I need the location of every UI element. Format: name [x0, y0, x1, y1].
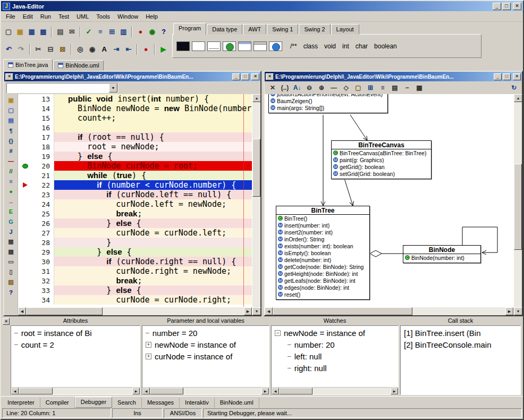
uml-method[interactable]: Mexists(number: int): boolean: [276, 242, 369, 249]
uml-class-binnode[interactable]: BinNodeCBinNode(number: int): [403, 245, 481, 263]
vertical-scrollbar[interactable]: ▲▼: [252, 94, 260, 315]
scroll-thumb[interactable]: [514, 164, 522, 250]
menu-help[interactable]: Help: [142, 12, 162, 21]
scroll-thumb[interactable]: [26, 307, 103, 315]
code-line[interactable]: 17 if (root == null) {: [18, 132, 252, 142]
editor-tab-bintree-java[interactable]: BinTree.java: [3, 59, 53, 71]
debug-item[interactable]: −newNode = instance of: [272, 327, 398, 339]
debug-item[interactable]: –left: null: [272, 350, 398, 362]
uml-method[interactable]: MinOrder(): String: [276, 236, 369, 242]
aggregation-icon[interactable]: ◇: [341, 82, 351, 93]
uml-method[interactable]: Mreset(): [276, 291, 369, 298]
copy-icon[interactable]: ⊟: [45, 44, 56, 55]
palette-tab-program[interactable]: Program: [173, 23, 206, 35]
horizontal-scrollbar[interactable]: ◀▶: [11, 387, 140, 394]
uml-diagram-canvas[interactable]: MjButton1ActionPerformed(evt: ActionEven…: [265, 94, 513, 307]
code-line[interactable]: 25 break;: [18, 209, 252, 219]
code-line[interactable]: 33 } else {: [18, 285, 252, 295]
scroll-thumb[interactable]: [273, 307, 412, 315]
table-icon[interactable]: ▦: [6, 237, 16, 247]
scroll-up-button[interactable]: ▲: [252, 94, 261, 102]
code-line[interactable]: 31 curNode.right = newNode;: [18, 266, 252, 276]
debug-item[interactable]: –right: null: [272, 362, 398, 374]
code-line[interactable]: 14 BinNode newNode = new BinNode(number): [18, 104, 252, 113]
panel-component-icon[interactable]: [192, 41, 205, 51]
scroll-down-button[interactable]: ▼: [252, 307, 261, 315]
code-line[interactable]: 20 BinNode curNode = root;: [18, 161, 252, 171]
breakpoint-icon[interactable]: [22, 164, 28, 169]
frame-icon[interactable]: ▭: [6, 257, 16, 267]
editor-panel-close-button[interactable]: ✕: [5, 73, 13, 80]
menu-window[interactable]: Window: [114, 12, 142, 21]
debug-item[interactable]: –count = 2: [11, 339, 140, 350]
help-icon[interactable]: ?: [158, 26, 169, 38]
menu-run[interactable]: Run: [37, 12, 55, 21]
bottom-tab-debugger[interactable]: Debugger: [75, 397, 112, 408]
scroll-thumb[interactable]: [252, 139, 260, 196]
close-button[interactable]: ✕: [513, 73, 521, 80]
debug-item[interactable]: –number = 20: [142, 327, 269, 339]
scroll-right-button[interactable]: ▶: [261, 388, 269, 394]
close-icon[interactable]: ✕: [268, 82, 277, 93]
debug-item[interactable]: [2] BinTreeConsole.main: [401, 339, 520, 350]
code-line[interactable]: 15 count++;: [18, 113, 252, 123]
paste-icon[interactable]: ⊠: [57, 44, 68, 55]
scroll-thumb[interactable]: [19, 388, 53, 394]
palette-tab-data-type[interactable]: Data type: [207, 24, 242, 35]
scroll-thumb[interactable]: [279, 388, 312, 394]
scroll-left-button[interactable]: ◀: [272, 388, 279, 394]
textfield-component-icon[interactable]: [207, 41, 221, 51]
scroll-right-button[interactable]: ▶: [244, 307, 252, 315]
code-line[interactable]: 22 if (number < curNode.number) {: [18, 180, 252, 190]
scroll-thumb[interactable]: [150, 388, 183, 394]
stop-icon[interactable]: ●: [135, 26, 146, 38]
maximize-button[interactable]: □: [503, 73, 511, 80]
code-line[interactable]: 24 curNode.left = newNode;: [18, 199, 252, 209]
debug-item[interactable]: –number: 20: [272, 339, 398, 350]
code-line[interactable]: 34 curNode = curNode.right;: [18, 295, 252, 305]
bottom-tab-compiler[interactable]: Compiler: [40, 398, 75, 408]
sort-icon[interactable]: A↓: [292, 82, 302, 93]
structure-icon[interactable]: ▤: [6, 115, 16, 125]
outdent-icon[interactable]: ⇤: [123, 44, 134, 55]
bottom-tab-interpreter[interactable]: Interpreter: [2, 398, 40, 408]
combobox-dropdown-icon[interactable]: ▼: [109, 83, 117, 93]
new-file-icon[interactable]: ▢: [3, 26, 14, 38]
vertical-scrollbar[interactable]: ▲▼: [513, 94, 522, 315]
debug-item[interactable]: +curNode = instance of: [142, 350, 269, 362]
scroll-right-button[interactable]: ▶: [505, 307, 513, 315]
uml-method[interactable]: MgetCode(node: BinNode): String: [276, 263, 369, 270]
collapse-icon[interactable]: −: [275, 330, 281, 336]
comment-icon[interactable]: ▤: [390, 82, 400, 93]
hash-icon[interactable]: #: [6, 146, 16, 156]
insert-void-button[interactable]: void: [323, 41, 337, 51]
maximize-button[interactable]: □: [502, 3, 511, 10]
uml-method[interactable]: MsetGrid(Grid: boolean): [332, 170, 431, 177]
close-button[interactable]: ✕: [513, 3, 521, 10]
palette-tab-swing-2[interactable]: Swing 2: [299, 24, 330, 35]
horizontal-scrollbar[interactable]: ◀▶: [265, 307, 513, 315]
record-icon[interactable]: ●: [140, 44, 151, 55]
bottom-tab-binnode-uml[interactable]: BinNode.uml: [215, 398, 259, 408]
check-icon[interactable]: ✓: [83, 26, 94, 38]
uml-titlebar[interactable]: ✕ E:\Programmierung\Delphi\_JavaEditor\W…: [265, 72, 522, 81]
association-icon[interactable]: —: [329, 82, 339, 93]
paragraph-icon[interactable]: ¶: [6, 125, 16, 136]
code-editor[interactable]: 13 public void insert(int number) {14 Bi…: [18, 94, 252, 307]
brackets-icon[interactable]: (..): [280, 82, 290, 93]
dialog-component-icon[interactable]: [253, 41, 267, 51]
editor-titlebar[interactable]: ✕ E:\Programmierung\Delphi\_JavaEditor\W…: [4, 72, 260, 81]
scroll-left-button[interactable]: ◀: [265, 307, 273, 315]
scroll-up-button[interactable]: ▲: [514, 94, 522, 102]
close-button[interactable]: ✕: [251, 73, 259, 80]
uml-method[interactable]: Mmain(args: String[]): [269, 104, 387, 111]
mail-icon[interactable]: ✉: [66, 26, 77, 38]
code-line[interactable]: 23 if (curNode.left == null) {: [18, 190, 252, 199]
dash-icon[interactable]: —: [6, 156, 16, 166]
menu-test[interactable]: Test: [55, 12, 73, 21]
minimize-button[interactable]: _: [494, 73, 502, 80]
debug-item[interactable]: –root = instance of Bi: [11, 327, 140, 339]
palette-tab-layout[interactable]: Layout: [331, 24, 359, 35]
applet-viewer-icon[interactable]: ◉: [147, 26, 157, 38]
uml-method[interactable]: Mdelete(number: int): [276, 256, 369, 263]
